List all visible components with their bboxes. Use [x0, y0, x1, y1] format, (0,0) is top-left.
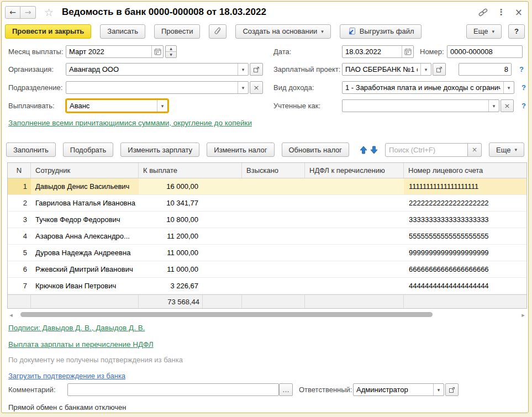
move-up-button[interactable] — [360, 143, 367, 156]
cell-collected[interactable] — [242, 195, 305, 211]
cell-ndfl[interactable] — [305, 178, 404, 194]
accounted-as-clear-button[interactable]: × — [501, 99, 514, 112]
responsible-input[interactable] — [354, 384, 433, 395]
payout-month-input[interactable] — [66, 46, 151, 57]
responsible-field[interactable]: ▾ — [353, 383, 444, 396]
fill-button[interactable]: Заполнить — [6, 142, 56, 157]
cell-employee[interactable]: Тучков Федор Федорович — [31, 212, 139, 228]
cell-collected[interactable] — [242, 212, 305, 228]
scroll-right-icon[interactable]: ▸ — [519, 312, 527, 319]
cell-ndfl[interactable] — [305, 195, 404, 211]
column-header-ndfl[interactable]: НДФЛ к перечислению — [305, 163, 404, 178]
salary-payment-link[interactable]: Выплата зарплаты и перечисление НДФЛ — [8, 339, 154, 350]
kebab-menu-icon[interactable]: ⋮ — [497, 7, 505, 17]
cell-account[interactable]: 66666666666666666666 — [404, 261, 526, 277]
cell-number[interactable]: 1 — [8, 178, 31, 194]
calendar-icon[interactable] — [402, 46, 413, 57]
cell-employee[interactable]: Крючков Иван Петрович — [31, 278, 139, 294]
help-icon[interactable]: ? — [520, 99, 528, 112]
create-based-on-button[interactable]: Создать на основании ▾ — [235, 24, 330, 39]
income-type-field[interactable]: ▾ — [342, 81, 514, 94]
cell-number[interactable]: 4 — [8, 228, 31, 244]
cell-employee[interactable]: Давыдов Денис Васильевич — [31, 178, 139, 194]
column-header-employee[interactable]: Сотрудник — [31, 163, 139, 178]
change-tax-button[interactable]: Изменить налог — [207, 142, 274, 157]
chevron-down-icon[interactable]: ▾ — [157, 100, 167, 112]
update-tax-button[interactable]: Обновить налог — [282, 142, 350, 157]
scroll-left-icon[interactable]: ◂ — [7, 312, 15, 319]
table-row[interactable]: 2Гаврилова Наталья Ивановна10 341,772222… — [8, 195, 526, 212]
search-clear-button[interactable]: × — [468, 143, 482, 157]
attachments-button[interactable] — [209, 24, 227, 39]
pick-button[interactable]: Подобрать — [63, 142, 113, 157]
export-file-button[interactable]: Выгрузить файл — [340, 24, 422, 39]
number-input[interactable] — [447, 46, 522, 57]
department-field[interactable]: ▾ — [66, 81, 249, 94]
favorite-star-icon[interactable]: ☆ — [44, 7, 54, 18]
signatures-link[interactable]: Подписи: Давыдов Д. В., Давыдов Д. В. — [8, 323, 145, 333]
table-row[interactable]: 7Крючков Иван Петрович3 226,674444444444… — [8, 278, 526, 294]
date-field[interactable] — [342, 45, 414, 58]
chevron-down-icon[interactable]: ▾ — [420, 64, 431, 75]
cell-number[interactable]: 3 — [8, 212, 31, 228]
cell-number[interactable]: 6 — [8, 261, 31, 277]
payout-month-field[interactable] — [66, 45, 164, 58]
post-button[interactable]: Провести — [154, 24, 201, 39]
salary-project-input[interactable] — [343, 64, 420, 75]
save-button[interactable]: Записать — [100, 24, 145, 39]
table-row[interactable]: 4Азарова Анна Александро...11 200,005555… — [8, 228, 526, 245]
cell-to-pay[interactable]: 3 226,67 — [139, 278, 242, 294]
cell-to-pay[interactable]: 10 800,00 — [139, 212, 242, 228]
pay-what-field[interactable]: ▾ — [66, 99, 168, 112]
department-clear-button[interactable]: × — [250, 81, 263, 94]
cell-employee[interactable]: Азарова Анна Александро... — [31, 228, 139, 244]
salary-project-open-button[interactable] — [433, 63, 446, 76]
chevron-down-icon[interactable]: ▾ — [503, 82, 514, 93]
accounted-as-input[interactable] — [343, 100, 488, 112]
cell-employee[interactable]: Гаврилова Наталья Ивановна — [31, 195, 139, 211]
cell-ndfl[interactable] — [305, 261, 404, 277]
change-salary-button[interactable]: Изменить зарплату — [120, 142, 199, 157]
number-field[interactable] — [447, 45, 523, 58]
spin-down-button[interactable]: ▼ — [166, 52, 176, 57]
pay-what-input[interactable] — [67, 100, 157, 112]
column-header-account[interactable]: Номер лицевого счета — [404, 163, 526, 178]
spin-up-button[interactable]: ▲ — [166, 46, 176, 52]
cell-collected[interactable] — [242, 228, 305, 244]
income-type-input[interactable] — [343, 82, 503, 93]
department-input[interactable] — [66, 82, 238, 93]
salary-project-field[interactable]: ▾ — [342, 63, 431, 76]
cell-to-pay[interactable]: 11 200,00 — [139, 228, 242, 244]
comment-field[interactable] — [67, 383, 279, 396]
comment-input[interactable] — [68, 384, 278, 395]
load-confirmation-link[interactable]: Загрузить подтверждение из банка — [8, 372, 125, 380]
organization-input[interactable] — [66, 64, 238, 75]
accounted-as-field[interactable]: ▾ — [342, 99, 499, 112]
more-button[interactable]: Еще ▾ — [466, 24, 502, 39]
organization-open-button[interactable] — [250, 63, 263, 76]
cell-collected[interactable] — [242, 278, 305, 294]
help-icon[interactable]: ? — [520, 81, 528, 94]
cell-to-pay[interactable]: 11 000,00 — [139, 261, 242, 277]
cell-account[interactable]: 55555555555555555555 — [404, 228, 526, 244]
cell-to-pay[interactable]: 10 341,77 — [139, 195, 242, 211]
search-input[interactable] — [385, 143, 468, 157]
table-row[interactable]: 3Тучков Федор Федорович10 800,0033333333… — [8, 212, 526, 228]
cell-collected[interactable] — [242, 178, 305, 194]
organization-field[interactable]: ▾ — [66, 63, 249, 76]
cell-account[interactable]: 44444444444444444444 — [404, 278, 526, 294]
back-button[interactable]: ← — [5, 6, 20, 19]
help-icon[interactable]: ? — [518, 63, 525, 76]
cell-ndfl[interactable] — [305, 278, 404, 294]
column-header-collected[interactable]: Взыскано — [242, 163, 305, 178]
chevron-down-icon[interactable]: ▾ — [238, 82, 248, 93]
scrollbar-track[interactable] — [15, 312, 519, 318]
cell-to-pay[interactable]: 16 000,00 — [139, 178, 242, 194]
chevron-down-icon[interactable]: ▾ — [433, 384, 444, 395]
project-number-input[interactable] — [459, 64, 511, 75]
move-down-button[interactable] — [370, 143, 378, 156]
scrollbar-thumb[interactable] — [20, 312, 433, 317]
link-icon[interactable] — [478, 8, 488, 17]
chevron-down-icon[interactable]: ▾ — [488, 100, 499, 112]
table-more-button[interactable]: Еще ▾ — [489, 142, 524, 157]
